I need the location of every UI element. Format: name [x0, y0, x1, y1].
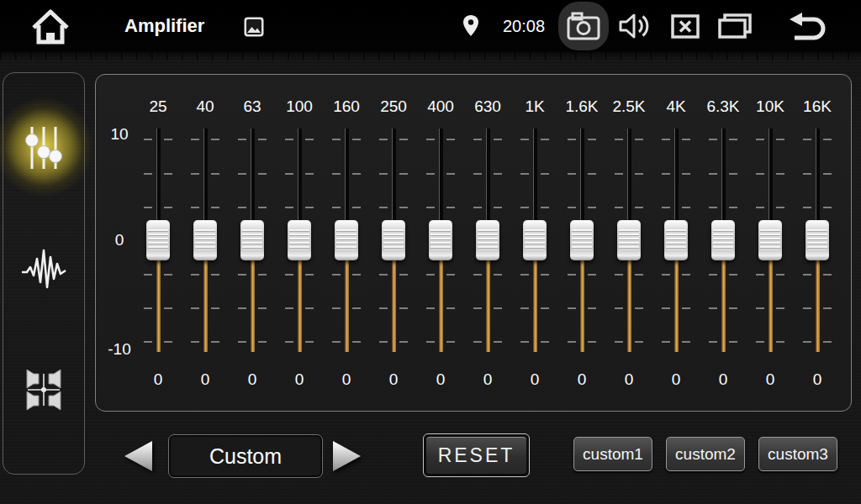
eq-band-value: 0: [747, 370, 794, 390]
eq-band-freq-label: 25: [135, 97, 182, 117]
eq-band: 400 0: [417, 75, 464, 411]
eq-slider-thumb[interactable]: [146, 220, 170, 260]
eq-slider-thumb[interactable]: [617, 220, 641, 260]
home-button[interactable]: [27, 7, 74, 45]
wallpaper-button[interactable]: [243, 16, 265, 38]
clock: 20:08: [496, 0, 552, 52]
scale-tick: [426, 274, 435, 276]
custom2-label: custom2: [675, 445, 736, 464]
custom1-button[interactable]: custom1: [573, 437, 652, 471]
custom3-button[interactable]: custom3: [758, 437, 837, 471]
eq-slider-thumb[interactable]: [335, 220, 358, 260]
scale-tick: [191, 207, 199, 208]
sliders-icon: [23, 123, 65, 172]
scale-tick: [588, 307, 596, 309]
camera-button[interactable]: [558, 2, 609, 50]
scale-tick: [211, 139, 219, 140]
scale-tick: [399, 173, 408, 175]
scale-tick: [399, 207, 408, 208]
waveform-icon: [20, 247, 67, 291]
scale-tick: [305, 139, 314, 140]
scale-tick: [399, 341, 408, 343]
scale-tick: [285, 307, 293, 309]
eq-slider-thumb[interactable]: [193, 220, 217, 260]
scale-tick: [682, 139, 690, 140]
thumb-ribs: [572, 229, 592, 250]
scale-tick: [379, 173, 388, 175]
scale-tick: [426, 139, 435, 140]
scale-tick: [379, 139, 388, 140]
eq-slider-thumb[interactable]: [288, 220, 311, 260]
eq-slider-thumb[interactable]: [758, 220, 782, 260]
eq-slider-thumb[interactable]: [476, 220, 499, 260]
recent-apps-button[interactable]: [716, 12, 754, 40]
scale-tick: [776, 139, 784, 140]
eq-slider-thumb[interactable]: [429, 220, 452, 260]
scale-tick: [823, 207, 832, 208]
scale-tick: [164, 274, 172, 276]
sidebar-item-sound-effects[interactable]: [3, 223, 84, 315]
scale-tick: [144, 341, 152, 343]
equalizer-panel: 10 0 -10 25 0 40 0 63 0 100: [95, 74, 852, 412]
scale-tick: [541, 307, 549, 309]
scale-tick: [211, 173, 219, 175]
volume-button[interactable]: [616, 11, 652, 41]
scale-tick: [803, 207, 811, 208]
preset-next-button[interactable]: [331, 439, 363, 473]
scale-tick: [494, 307, 502, 309]
scale-tick: [473, 274, 482, 276]
scale-tick: [191, 139, 199, 140]
scale-tick: [494, 274, 502, 276]
eq-slider-thumb[interactable]: [711, 220, 735, 260]
thumb-ribs: [383, 229, 404, 250]
sidebar-item-balance-fader[interactable]: [3, 344, 84, 436]
eq-slider-thumb[interactable]: [664, 220, 688, 260]
eq-band-value: 0: [652, 370, 700, 390]
custom2-button[interactable]: custom2: [666, 437, 745, 471]
reset-button[interactable]: RESET: [423, 433, 530, 477]
scale-tick: [379, 207, 388, 208]
scale-tick: [473, 139, 482, 140]
scale-tick: [776, 173, 784, 175]
volume-icon: [618, 12, 650, 40]
topbar-shadow: [0, 52, 861, 60]
eq-band-value: 0: [558, 370, 605, 390]
eq-band: 100 0: [276, 75, 323, 411]
eq-band-value: 0: [276, 370, 323, 390]
scale-tick: [615, 307, 623, 309]
scale-tick: [285, 173, 293, 175]
eq-band-freq-label: 630: [464, 97, 511, 117]
scale-tick: [238, 274, 246, 276]
eq-band-freq-label: 160: [323, 97, 370, 117]
scale-tick: [776, 307, 784, 309]
eq-slider-thumb[interactable]: [570, 220, 594, 260]
scale-tick: [709, 173, 717, 175]
eq-band-freq-label: 40: [182, 97, 229, 117]
preset-selector[interactable]: Custom: [168, 434, 323, 478]
scale-tick: [332, 139, 341, 140]
preset-prev-button[interactable]: [122, 439, 154, 473]
eq-slider-thumb[interactable]: [806, 220, 829, 260]
scale-tick: [662, 274, 670, 276]
scale-tick: [588, 274, 596, 276]
sidebar-item-equalizer[interactable]: [3, 102, 84, 194]
scale-tick: [568, 173, 576, 175]
scale-tick: [191, 173, 199, 175]
scale-tick: [285, 341, 293, 343]
scale-tick: [144, 307, 152, 309]
scale-tick: [144, 207, 152, 208]
eq-slider-thumb[interactable]: [382, 220, 405, 260]
close-icon: [671, 14, 700, 39]
scale-tick: [258, 173, 267, 175]
thumb-ribs: [430, 229, 451, 250]
eq-band-value: 0: [135, 370, 182, 390]
close-app-button[interactable]: [669, 13, 701, 39]
reset-button-label: RESET: [426, 437, 526, 474]
scale-tick: [494, 341, 502, 343]
eq-slider-thumb[interactable]: [523, 220, 547, 260]
eq-slider-thumb[interactable]: [240, 220, 264, 260]
scale-tick: [352, 274, 361, 276]
scale-tick: [568, 139, 576, 140]
eq-band: 250 0: [370, 75, 417, 411]
back-button[interactable]: [785, 13, 829, 41]
